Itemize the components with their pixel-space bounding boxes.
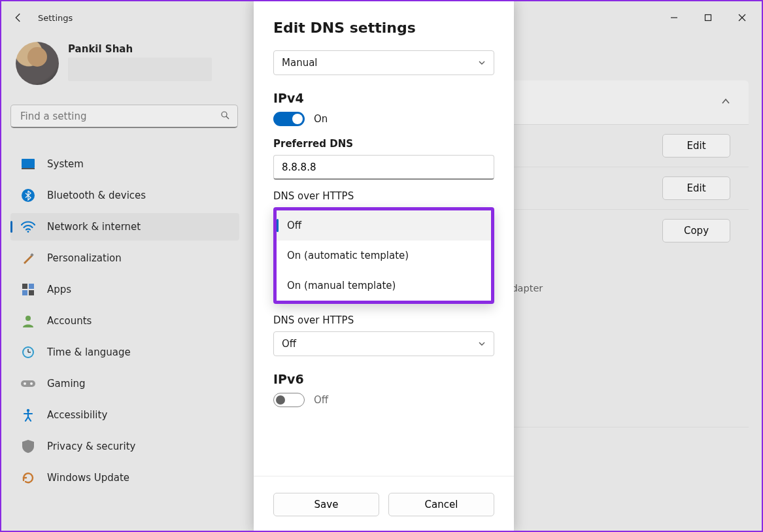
ipv4-toggle-label: On <box>314 113 328 125</box>
doh2-label: DNS over HTTPS <box>273 314 494 326</box>
modal-footer: Save Cancel <box>254 476 514 532</box>
dns-mode-select[interactable]: Manual <box>273 50 494 75</box>
chevron-down-icon <box>478 59 486 67</box>
doh-option-manual[interactable]: On (manual template) <box>277 271 491 301</box>
preferred-dns-label: Preferred DNS <box>273 138 494 150</box>
doh-option-auto[interactable]: On (automatic template) <box>277 241 491 271</box>
ipv6-toggle[interactable] <box>273 393 305 407</box>
modal-title: Edit DNS settings <box>273 20 494 36</box>
edit-dns-modal: Edit DNS settings Manual IPv4 On Preferr… <box>254 1 514 532</box>
doh2-select[interactable]: Off <box>273 331 494 356</box>
preferred-dns-input[interactable] <box>273 155 494 180</box>
ipv4-toggle[interactable] <box>273 112 305 126</box>
doh2-value: Off <box>282 338 296 350</box>
save-button[interactable]: Save <box>273 493 379 516</box>
cancel-button[interactable]: Cancel <box>388 493 494 516</box>
dns-mode-value: Manual <box>282 57 318 69</box>
ipv6-heading: IPv6 <box>273 372 494 386</box>
doh-dropdown-open: Off On (automatic template) On (manual t… <box>273 207 494 304</box>
ipv6-toggle-label: Off <box>314 394 328 406</box>
chevron-down-icon <box>478 340 486 348</box>
doh-option-off[interactable]: Off <box>277 210 491 241</box>
doh-label: DNS over HTTPS <box>273 190 494 202</box>
ipv4-heading: IPv4 <box>273 91 494 105</box>
